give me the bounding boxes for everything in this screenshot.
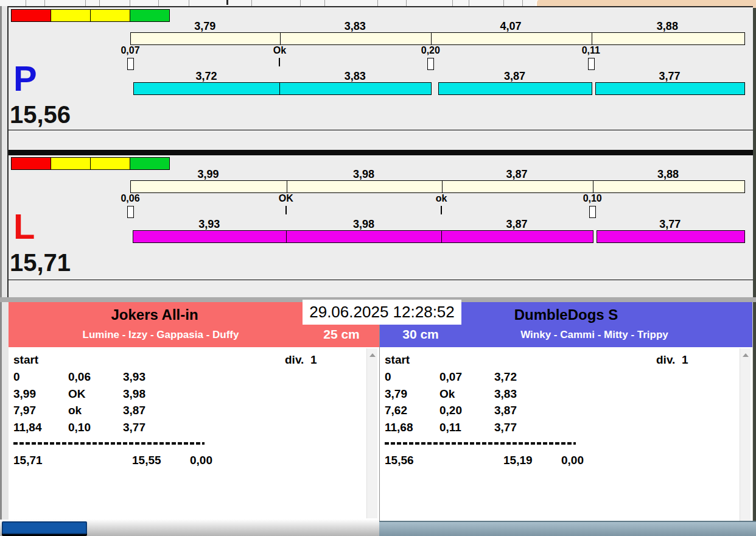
tab-divider: [300, 0, 301, 6]
run-time-label: 3,83: [324, 70, 385, 83]
split-bar: [130, 32, 745, 45]
team-dog-names: Lumine - Izzy - Gappasia - Duffy: [9, 329, 313, 341]
fault-label: 0,06: [100, 193, 161, 204]
team-dog-names: Winky - Cammi - Mitty - Trippy: [441, 329, 748, 341]
table-row: 7,97ok3,87: [9, 404, 379, 418]
tab-divider: [251, 0, 252, 6]
table-row: 11,840,103,77: [9, 421, 379, 436]
table-cell: 7,62: [385, 404, 407, 417]
status-block: [11, 157, 51, 170]
tab-divider: [26, 0, 26, 6]
run-bar: [130, 230, 744, 243]
fault-label: ok: [411, 193, 472, 204]
total-cell: 0,00: [561, 454, 584, 467]
fault-label: 0,20: [400, 45, 461, 56]
fault-markers: [130, 206, 744, 218]
lane-label: L: [13, 209, 35, 244]
split-bar: [130, 180, 745, 193]
table-cell: ok: [68, 404, 82, 417]
run-time-label: 3,77: [639, 70, 700, 83]
desktop-sliver: [753, 8, 756, 536]
status-block: [51, 157, 91, 170]
split-time-label: 3,79: [175, 20, 236, 33]
split-bar-divider: [592, 33, 592, 44]
fault-labels: 0,06OKok0,10: [130, 193, 744, 203]
tab-divider: [324, 0, 325, 6]
table-cell: 0: [385, 370, 391, 384]
split-time-label: 3,83: [324, 20, 385, 33]
scroll-up-icon[interactable]: [369, 353, 376, 357]
table-row: 3,99OK3,98: [9, 387, 379, 402]
split-time-labels: 3,993,983,873,88: [130, 168, 744, 180]
lane-P: P 15,56 3,793,834,073,88 0,07Ok0,200,11 …: [9, 7, 753, 130]
table-cell: 3,77: [123, 421, 145, 434]
table-header: start div. 1: [9, 353, 379, 367]
table-cell: 0,06: [68, 370, 91, 384]
table-cell: 3,79: [385, 387, 407, 401]
table-cell: 3,99: [13, 387, 36, 401]
fault-markers: [130, 58, 744, 70]
split-bar-divider: [431, 33, 432, 44]
table-cell: 0: [13, 370, 20, 384]
lane-label: P: [13, 61, 37, 96]
taskbar-button[interactable]: [2, 521, 87, 534]
timestamp: 29.06.2025 12:28:52: [303, 300, 461, 325]
table-header: start div. 1: [380, 353, 752, 367]
fault-marker-box: [127, 206, 134, 218]
split-time-label: 4,07: [480, 20, 541, 33]
tab-divider: [377, 0, 378, 6]
table-cell: 11,84: [13, 421, 42, 434]
table-cell: 0,10: [68, 421, 91, 434]
run-time-label: 3,98: [333, 218, 394, 231]
total-cell: 15,56: [385, 454, 414, 467]
timing-panel: P 15,56 3,793,834,073,88 0,07Ok0,200,11 …: [7, 6, 753, 297]
application-window: { "window": { "timestamp": "29.06.2025 1…: [0, 0, 756, 536]
run-bar-segment: [279, 82, 432, 95]
table-cell: 3,87: [494, 404, 517, 417]
table-cell: 3,77: [494, 421, 517, 434]
tab-divider: [452, 0, 453, 6]
tab-divider: [85, 0, 86, 6]
run-bar-segment: [438, 82, 592, 95]
table-cell: 3,98: [123, 387, 145, 401]
table-cell: 3,93: [123, 370, 145, 384]
totals-row: 15,5615,190,00: [380, 454, 752, 468]
tab-divider: [99, 0, 100, 6]
run-time-label: 3,77: [640, 218, 701, 231]
tab-divider: [406, 0, 407, 6]
split-time-label: 3,98: [333, 168, 394, 181]
table-cell: OK: [68, 387, 86, 401]
table-cell: 11,68: [385, 421, 413, 434]
fault-label: 0,07: [100, 45, 161, 56]
table-cell: 3,87: [123, 404, 145, 417]
team-panel-left: Jokers All-in Lumine - Izzy - Gappasia -…: [9, 302, 379, 520]
split-time-labels: 3,793,834,073,88: [130, 20, 744, 32]
fault-label: OK: [256, 193, 317, 204]
fault-label: 0,11: [561, 45, 621, 56]
ok-tick-mark: [285, 206, 287, 214]
total-cell: 15,55: [132, 454, 161, 467]
run-time-label: 3,93: [179, 218, 240, 231]
run-time-label: 3,87: [485, 70, 545, 83]
ok-tick-mark: [441, 206, 442, 214]
fault-marker-box: [589, 206, 596, 218]
run-bar-segment: [133, 230, 287, 243]
ok-tick-mark: [279, 58, 280, 66]
jump-height-badge: 25 cm: [308, 327, 375, 342]
lane-total-time: 15,56: [10, 102, 71, 127]
split-bar-divider: [280, 33, 281, 44]
totals-separator: [385, 442, 576, 445]
status-block: [11, 9, 51, 22]
fault-marker-box: [588, 58, 595, 70]
totals-row: 15,7115,550,00: [9, 454, 379, 468]
lane-L: L 15,71 3,993,983,873,88 0,06OKok0,10 3,…: [9, 155, 753, 280]
run-bar-segment: [595, 82, 745, 95]
table-row: 3,79Ok3,83: [380, 387, 752, 402]
totals-separator: [13, 442, 205, 445]
table-cell: 0,07: [439, 370, 462, 384]
total-cell: 0,00: [190, 454, 212, 467]
scroll-up-icon[interactable]: [743, 353, 749, 357]
run-bar-segment: [441, 230, 593, 243]
text-descender: [226, 0, 228, 5]
table-cell: 0,11: [439, 421, 461, 434]
